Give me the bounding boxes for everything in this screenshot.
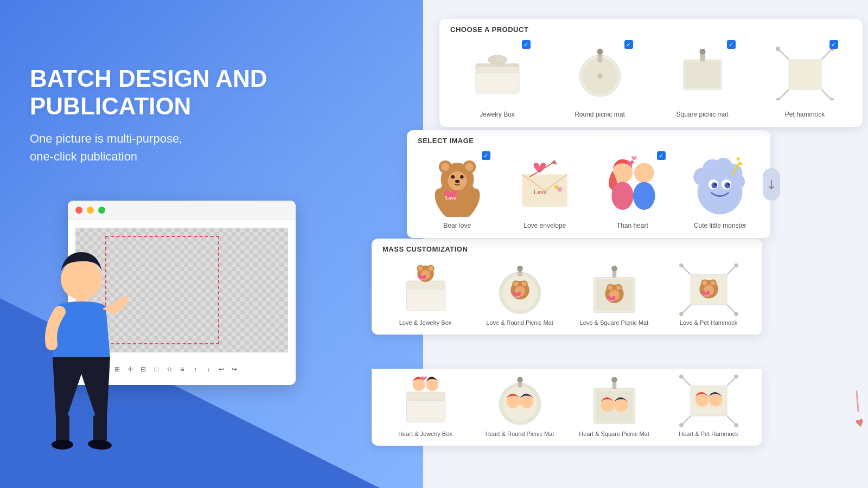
svg-point-121 [679,263,684,267]
svg-rect-24 [476,70,519,93]
toolbar-undo-icon[interactable]: ↩ [216,364,226,374]
mass-item-love-round-mat[interactable]: Love Love & Round Picnic Mat [475,258,565,326]
product-checkbox-square-mat[interactable] [727,40,736,49]
mass-grid-row2: Heart & Jewelry Box Heart & Round Picnic… [372,369,762,446]
toolbar-square-icon[interactable]: □ [151,364,161,374]
svg-point-135 [426,378,438,391]
mass-item-heart-hammock[interactable]: Heart & Pet Hammock [663,369,754,437]
svg-point-75 [730,175,745,190]
svg-point-80 [714,183,717,185]
mass-item-heart-square-mat[interactable]: Heart & Square Picnic Mat [569,369,659,437]
product-item-pet-hammock[interactable]: Pet hammock [756,38,854,118]
maximize-dot[interactable] [98,207,105,214]
svg-point-68 [634,163,654,183]
product-label-square-mat: Square picnic mat [676,111,728,118]
svg-point-27 [488,55,507,64]
than-heart-svg [600,152,665,217]
svg-rect-133 [406,392,445,400]
svg-point-156 [734,423,738,427]
product-label-jewelry-box: Jewelry Box [480,111,515,118]
image-grid: Love Bear love [407,149,770,238]
toolbar-align-icon[interactable]: ⊟ [138,364,148,374]
hero-subtitle: One picture is multi-purpose,one-click p… [30,130,290,165]
mass-item-love-jewelry[interactable]: Love Love & Jewelry Box [380,258,470,326]
svg-point-108 [611,266,617,271]
svg-rect-20 [93,415,107,442]
image-checkbox-bear-love[interactable] [482,151,490,160]
round-mat-svg [573,46,627,100]
toolbar-up-icon[interactable]: ↑ [190,364,200,374]
svg-point-54 [451,175,454,178]
toolbar-text-icon[interactable]: ≡ [177,364,187,374]
image-item-cute-monster[interactable]: ★ Cute little monster [679,149,762,229]
image-item-bear-love[interactable]: Love Bear love [416,149,499,229]
svg-point-153 [679,374,684,378]
bear-love-svg: Love [425,152,490,217]
svg-point-145 [611,377,617,382]
image-label-love-envelope: Love envelope [524,222,566,229]
svg-rect-132 [406,399,445,422]
product-item-round-mat[interactable]: Round picnic mat [551,38,649,118]
svg-point-32 [597,49,603,54]
love-envelope-svg: Love [512,152,577,217]
svg-point-50 [441,163,449,171]
toolbar-redo-icon[interactable]: ↪ [229,364,239,374]
svg-rect-19 [56,415,69,442]
svg-point-100 [513,281,518,286]
mass-item-love-hammock[interactable]: Love Love & Pet Hammock [663,258,754,326]
minimize-dot[interactable] [87,207,94,214]
close-dot[interactable] [75,207,82,214]
heart-jewelry-svg [392,370,459,427]
product-label-pet-hammock: Pet hammock [785,111,825,118]
mass-label-heart-hammock: Heart & Pet Hammock [679,431,738,437]
jewelry-box-svg [468,49,527,98]
svg-point-78 [712,182,718,188]
image-item-love-envelope[interactable]: Love Love envelope [503,149,587,229]
love-jewelry-svg: Love [392,259,459,316]
svg-point-139 [517,377,522,382]
svg-point-36 [700,49,705,54]
svg-point-67 [611,182,634,210]
mass-img-heart-jewelry [390,369,461,428]
mass-img-love-jewelry: Love [390,258,461,317]
product-item-square-mat[interactable]: Square picnic mat [653,38,751,118]
scroll-indicator[interactable] [763,168,780,201]
toolbar-down-icon[interactable]: ↓ [203,364,213,374]
product-checkbox-round-mat[interactable] [624,40,633,49]
product-img-jewelry-box [462,38,533,108]
hero-title: BATCH DESIGN AND PUBLICATION [30,65,366,120]
mass-label-heart-round-mat: Heart & Round Picnic Mat [486,431,554,437]
love-round-mat-svg: Love [486,259,554,316]
product-img-round-mat [565,38,635,108]
mass-label-love-jewelry: Love & Jewelry Box [399,319,452,326]
mass-img-heart-hammock [673,369,744,428]
image-img-cute-monster: ★ [685,149,755,220]
mass-item-heart-jewelry[interactable]: Heart & Jewelry Box [380,369,470,437]
svg-point-30 [597,73,603,79]
product-checkbox-jewelry-box[interactable] [522,40,531,49]
svg-text:Love: Love [445,195,456,201]
svg-line-41 [778,89,789,100]
mass-item-heart-round-mat[interactable]: Heart & Round Picnic Mat [475,369,565,437]
svg-point-22 [87,439,112,451]
image-label-cute-monster: Cute little monster [694,222,746,229]
mass-img-love-square-mat: Love [579,258,649,317]
svg-text:★: ★ [735,155,742,163]
svg-point-52 [465,163,474,171]
svg-point-89 [418,266,423,271]
toolbar-star-icon[interactable]: ☆ [164,364,174,374]
svg-point-81 [727,183,730,185]
svg-point-55 [460,175,463,178]
svg-point-97 [517,266,522,271]
image-item-than-heart[interactable]: Than heart [591,149,674,229]
product-item-jewelry-box[interactable]: Jewelry Box [448,38,546,118]
svg-rect-38 [789,60,821,89]
svg-point-111 [608,285,612,290]
product-img-square-mat [667,38,738,108]
image-checkbox-than-heart[interactable] [657,151,666,160]
mass-item-love-square-mat[interactable]: Love Love & Square Picnic Mat [569,258,659,326]
product-checkbox-pet-hammock[interactable] [829,40,838,49]
product-label-round-mat: Round picnic mat [575,111,625,118]
mass-img-heart-square-mat [579,369,649,428]
svg-text:Love: Love [608,299,614,302]
